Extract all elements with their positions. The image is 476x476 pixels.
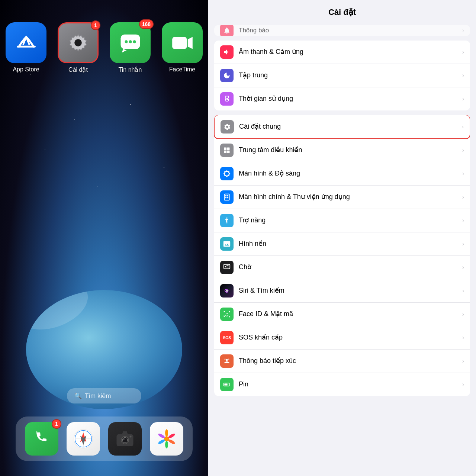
man-hinh-chevron: ›	[462, 170, 464, 177]
cho-item[interactable]: Chờ ›	[214, 256, 470, 279]
thong-bao-item[interactable]: Thông báo tiếp xúc ›	[214, 350, 470, 373]
face-id-item[interactable]: Face ID & Mật mã ›	[214, 303, 470, 326]
am-thanh-icon	[220, 45, 234, 59]
tro-nang-icon	[220, 214, 234, 227]
sos-icon: SOS	[220, 331, 234, 344]
partial-top-item: Thông báo ›	[214, 25, 470, 36]
svg-rect-34	[227, 197, 228, 198]
svg-marker-7	[187, 37, 192, 49]
wallpaper-icon	[223, 240, 231, 248]
svg-point-1	[74, 39, 82, 46]
facetime-wrapper[interactable]: FaceTime	[162, 22, 203, 73]
control-center-icon	[223, 147, 231, 154]
trung-tam-icon	[220, 144, 234, 157]
facetime-icon[interactable]	[162, 22, 203, 63]
man-hinh-icon	[220, 167, 234, 180]
svg-rect-32	[227, 195, 228, 196]
brightness-icon	[223, 170, 231, 177]
svg-point-3	[125, 40, 128, 43]
dock-phone-icon[interactable]: 1	[25, 422, 58, 456]
svg-point-44	[228, 358, 229, 360]
man-hinh-chinh-item[interactable]: Màn hình chính & Thư viện ứng dụng ›	[214, 186, 470, 209]
svg-point-22	[168, 438, 176, 445]
svg-rect-46	[224, 384, 227, 386]
svg-point-41	[226, 290, 228, 292]
tap-trung-label: Tập trung	[239, 71, 459, 80]
hinh-nen-icon	[220, 237, 234, 251]
photos-svg	[156, 428, 177, 449]
standby-icon	[223, 263, 231, 271]
settings-icon[interactable]: 1	[58, 22, 99, 63]
cho-icon	[220, 261, 234, 274]
thong-bao-icon	[220, 354, 234, 368]
man-hinh-chinh-label: Màn hình chính & Thư viện ứng dụng	[239, 193, 459, 201]
thoi-gian-item[interactable]: Thời gian sử dụng ›	[214, 87, 470, 110]
settings-badge: 1	[91, 20, 100, 30]
app-store-icon[interactable]	[6, 22, 46, 63]
search-bar[interactable]: 🔍 Tìm kiếm	[67, 388, 141, 403]
cai-dat-chung-icon	[221, 120, 234, 134]
messages-svg	[118, 31, 142, 55]
cai-dat-chung-item[interactable]: Cài đặt chung ›	[214, 115, 470, 139]
app-store-wrapper[interactable]: App Store	[6, 22, 46, 73]
svg-point-25	[158, 433, 165, 439]
man-hinh-item[interactable]: Màn hình & Độ sáng ›	[214, 162, 470, 186]
svg-point-4	[129, 40, 132, 43]
moon-icon	[223, 72, 231, 79]
trung-tam-item[interactable]: Trung tâm điều khiển ›	[214, 139, 470, 162]
hourglass-icon	[223, 95, 231, 103]
tap-trung-item[interactable]: Tập trung ›	[214, 64, 470, 87]
svg-rect-26	[224, 148, 227, 150]
hinh-nen-item[interactable]: Hình nền ›	[214, 232, 470, 256]
pin-item[interactable]: Pin ›	[214, 373, 470, 396]
man-hinh-chinh-chevron: ›	[462, 194, 464, 200]
messages-badge: 168	[139, 19, 154, 29]
hinh-nen-chevron: ›	[462, 241, 464, 247]
settings-header: Cài đặt	[208, 0, 476, 21]
pin-icon	[220, 378, 234, 391]
siri-item[interactable]: Siri & Tìm kiếm ›	[214, 279, 470, 303]
cho-label: Chờ	[239, 263, 459, 271]
tro-nang-item[interactable]: Trợ năng ›	[214, 209, 470, 232]
am-thanh-item[interactable]: Âm thanh & Cảm ứng ›	[214, 41, 470, 64]
svg-point-5	[133, 40, 136, 43]
app-icons-row: App Store 1 Cài đặt 168	[0, 22, 210, 73]
dock-safari-icon[interactable]	[67, 422, 100, 456]
svg-point-17	[123, 438, 125, 440]
siri-chevron: ›	[462, 287, 464, 294]
svg-point-19	[164, 436, 169, 441]
thoi-gian-label: Thời gian sử dụng	[239, 94, 459, 103]
cai-dat-chung-chevron: ›	[462, 123, 464, 130]
settings-gear-svg	[65, 30, 91, 56]
settings-title: Cài đặt	[216, 7, 469, 17]
partial-label: Thông báo	[239, 26, 459, 35]
dock-photos-icon[interactable]	[150, 422, 183, 456]
trung-tam-chevron: ›	[462, 147, 464, 154]
battery-icon	[223, 381, 231, 388]
svg-rect-39	[226, 267, 229, 267]
sos-item[interactable]: SOS SOS khẩn cấp ›	[214, 326, 470, 350]
svg-rect-36	[224, 264, 230, 269]
contact-icon	[223, 357, 231, 365]
svg-point-42	[226, 359, 228, 361]
facetime-svg	[170, 31, 194, 55]
face-id-label: Face ID & Mật mã	[239, 310, 459, 318]
settings-wrapper[interactable]: 1 Cài đặt	[58, 22, 99, 73]
siri-svg	[223, 287, 231, 295]
cho-chevron: ›	[462, 264, 464, 271]
camera-svg	[116, 430, 134, 448]
settings-panel: Cài đặt Thông báo › Âm thanh & Cảm ứng ›	[208, 0, 476, 476]
phone-badge: 1	[52, 419, 61, 429]
dock-camera-icon[interactable]	[108, 422, 142, 456]
messages-icon[interactable]: 168	[110, 22, 151, 63]
sound-icon	[223, 48, 231, 56]
thoi-gian-chevron: ›	[462, 96, 464, 102]
gear-settings-icon	[223, 123, 231, 131]
trung-tam-label: Trung tâm điều khiển	[239, 146, 459, 154]
messages-wrapper[interactable]: 168 Tin nhắn	[110, 22, 151, 73]
man-hinh-label: Màn hình & Độ sáng	[239, 169, 459, 178]
svg-rect-31	[225, 195, 226, 196]
partial-icon	[220, 25, 234, 36]
svg-point-18	[130, 436, 132, 438]
bell-icon	[223, 27, 231, 34]
